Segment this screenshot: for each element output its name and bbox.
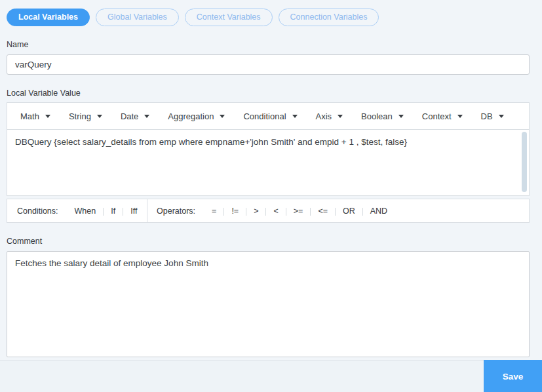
chevron-down-icon — [499, 115, 504, 118]
chevron-down-icon — [97, 115, 102, 118]
db-dropdown-label: DB — [481, 111, 493, 121]
date-dropdown[interactable]: Date — [111, 103, 159, 129]
chevron-down-icon — [398, 115, 404, 118]
math-dropdown-label: Math — [20, 111, 39, 121]
name-label: Name — [7, 40, 530, 49]
tab-local-variables[interactable]: Local Variables — [7, 9, 90, 26]
footer-bar: Save — [0, 360, 542, 392]
operator-greater-equal[interactable]: >= — [286, 206, 311, 216]
string-dropdown-label: String — [69, 111, 91, 121]
conditional-dropdown[interactable]: Conditional — [234, 103, 306, 129]
tab-global-variables[interactable]: Global Variables — [96, 9, 179, 26]
function-toolbar: Math String Date Aggregation Conditional… — [7, 102, 530, 130]
boolean-dropdown-label: Boolean — [361, 111, 393, 121]
date-dropdown-label: Date — [121, 111, 138, 121]
chevron-down-icon — [338, 115, 343, 118]
variable-type-tabs: Local Variables Global Variables Context… — [7, 9, 530, 26]
boolean-dropdown[interactable]: Boolean — [352, 103, 413, 129]
variable-value-wrapper: DBQuery {select salary_details from emp … — [7, 130, 530, 196]
axis-dropdown[interactable]: Axis — [307, 103, 353, 129]
variable-name-input[interactable] — [7, 54, 530, 75]
aggregation-dropdown[interactable]: Aggregation — [159, 103, 234, 129]
math-dropdown[interactable]: Math — [11, 103, 60, 129]
condition-when[interactable]: When — [68, 206, 104, 216]
operator-not-equals[interactable]: != — [224, 206, 246, 216]
operator-less-equal[interactable]: <= — [311, 206, 335, 216]
conditional-dropdown-label: Conditional — [243, 111, 286, 121]
operator-greater-than[interactable]: > — [246, 206, 265, 216]
string-dropdown[interactable]: String — [60, 103, 111, 129]
operators-label: Operators: — [157, 206, 195, 216]
variable-value-input[interactable]: DBQuery {select salary_details from emp … — [7, 130, 529, 195]
comment-input[interactable]: Fetches the salary detail of employee Jo… — [7, 251, 530, 357]
operator-and[interactable]: AND — [363, 206, 395, 216]
chevron-down-icon — [457, 115, 463, 118]
chevron-down-icon — [144, 115, 149, 118]
conditions-operators-bar: Conditions: When If Iff Operators: = != … — [7, 199, 530, 223]
tab-connection-variables[interactable]: Connection Variables — [279, 9, 379, 26]
chevron-down-icon — [220, 115, 225, 118]
aggregation-dropdown-label: Aggregation — [168, 111, 214, 121]
chevron-down-icon — [45, 115, 50, 118]
operators-group: Operators: = != > < >= <= OR AND — [147, 199, 395, 222]
axis-dropdown-label: Axis — [316, 111, 332, 121]
conditions-label: Conditions: — [17, 206, 58, 216]
operator-or[interactable]: OR — [336, 206, 362, 216]
comment-label: Comment — [7, 237, 530, 246]
condition-iff[interactable]: Iff — [123, 206, 144, 216]
conditions-group: Conditions: When If Iff — [7, 199, 147, 222]
operator-equals[interactable]: = — [204, 206, 223, 216]
scrollbar-thumb[interactable] — [522, 132, 527, 192]
local-variable-value-label: Local Variable Value — [7, 88, 530, 98]
db-dropdown[interactable]: DB — [472, 103, 513, 129]
save-button[interactable]: Save — [484, 360, 542, 392]
context-dropdown[interactable]: Context — [413, 103, 472, 129]
tab-context-variables[interactable]: Context Variables — [185, 9, 273, 26]
variables-panel: Local Variables Global Variables Context… — [0, 0, 542, 357]
operator-less-than[interactable]: < — [266, 206, 285, 216]
condition-if[interactable]: If — [104, 206, 123, 216]
context-dropdown-label: Context — [422, 111, 452, 121]
value-editor: Math String Date Aggregation Conditional… — [7, 102, 530, 223]
chevron-down-icon — [292, 115, 298, 118]
